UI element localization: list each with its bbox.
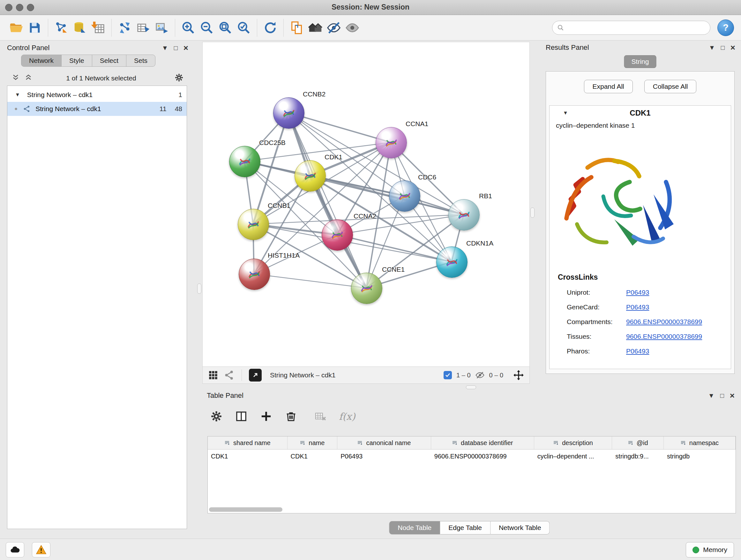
tab-network-table[interactable]: Network Table <box>490 521 550 535</box>
open-in-window-button[interactable] <box>249 369 262 381</box>
crosslink-link[interactable]: P06493 <box>626 348 649 355</box>
table-row[interactable]: CDK1CDK1P064939606.ENSP00000378699cyclin… <box>208 449 736 463</box>
tab-select[interactable]: Select <box>92 55 126 67</box>
network-table-icon <box>136 20 151 35</box>
splitter-handle[interactable] <box>530 207 535 218</box>
panel-menu-icon[interactable]: ▼ <box>708 392 715 399</box>
network-node-cdk1[interactable] <box>294 160 326 192</box>
column-header[interactable]: namespac <box>664 436 736 449</box>
expand-all-icon[interactable] <box>24 74 32 83</box>
network-collection-row[interactable]: ▼ String Network – cdk1 1 <box>7 88 187 102</box>
tab-node-table[interactable]: Node Table <box>389 521 440 535</box>
warning-icon <box>36 544 47 555</box>
close-panel-icon[interactable]: × <box>730 392 735 399</box>
crosslink-link[interactable]: 9606.ENSP00000378699 <box>626 333 702 340</box>
network-node-ccna1[interactable] <box>376 127 407 159</box>
network-node-ccna2[interactable] <box>322 219 353 251</box>
network-canvas[interactable]: CCNB2CCNA1CDC25BCDK1CDC6RB1CCNB1CCNA2CDK… <box>203 42 529 367</box>
delete-column-button[interactable] <box>285 410 297 423</box>
collapse-all-icon[interactable] <box>11 74 20 83</box>
crosslink-link[interactable]: P06493 <box>626 303 649 311</box>
show-all-button[interactable] <box>343 18 361 37</box>
help-button[interactable]: ? <box>718 19 734 36</box>
copy-button[interactable] <box>287 18 306 37</box>
network-edge[interactable] <box>288 113 366 288</box>
zoom-fit-button[interactable] <box>216 18 234 37</box>
network-edge[interactable] <box>337 235 452 262</box>
selected-checkbox-icon[interactable] <box>444 371 452 379</box>
crosslink-link[interactable]: 9606.ENSP00000378699 <box>626 318 702 326</box>
table-toolbar: f(x) <box>210 406 355 427</box>
cloud-status-button[interactable] <box>6 542 24 557</box>
panel-menu-icon[interactable]: ▼ <box>709 44 715 51</box>
panel-menu-icon[interactable]: ▼ <box>162 45 168 51</box>
crosslink-link[interactable]: P06493 <box>626 289 649 296</box>
hidden-eye-icon[interactable] <box>475 370 485 380</box>
network-share-icon[interactable] <box>224 370 234 381</box>
column-header-label: description <box>562 439 593 447</box>
show-columns-button[interactable] <box>235 410 248 423</box>
network-edge[interactable] <box>310 176 464 214</box>
import-table-file-button[interactable] <box>89 18 108 37</box>
tab-style[interactable]: Style <box>62 55 92 67</box>
crosslink-row: Uniprot:P06493 <box>549 285 731 300</box>
splitter-handle[interactable] <box>197 284 201 294</box>
crosslink-label: Pharos: <box>567 348 626 355</box>
float-panel-icon[interactable]: □ <box>720 392 724 399</box>
tab-sets[interactable]: Sets <box>126 55 155 67</box>
horizontal-scrollbar[interactable] <box>209 507 282 512</box>
search-input[interactable] <box>568 23 705 32</box>
export-image-button[interactable] <box>152 18 171 37</box>
open-session-button[interactable] <box>7 18 25 37</box>
zoom-in-button[interactable] <box>179 18 198 37</box>
network-from-selection-button[interactable] <box>116 18 134 37</box>
network-node-ccne1[interactable] <box>351 273 382 304</box>
network-edge[interactable] <box>254 274 366 288</box>
delete-table-button[interactable] <box>314 410 327 423</box>
tab-edge-table[interactable]: Edge Table <box>440 521 490 535</box>
column-header[interactable]: @id <box>612 436 664 449</box>
hide-selected-button[interactable] <box>325 18 343 37</box>
import-network-database-button[interactable] <box>71 18 89 37</box>
refresh-button[interactable] <box>261 18 280 37</box>
column-header[interactable]: name <box>287 436 338 449</box>
function-builder-button[interactable]: f(x) <box>339 411 355 422</box>
memory-button[interactable]: Memory <box>686 542 734 557</box>
import-network-file-button[interactable] <box>52 18 71 37</box>
warnings-button[interactable] <box>32 542 51 557</box>
close-panel-icon[interactable]: × <box>184 45 188 51</box>
network-node-cdkn1a[interactable] <box>436 246 468 278</box>
save-session-button[interactable] <box>25 18 44 37</box>
protein-structure-image <box>558 138 682 268</box>
column-header[interactable]: canonical name <box>337 436 431 449</box>
expand-all-button[interactable]: Expand All <box>584 80 633 93</box>
network-node-ccnb1[interactable] <box>238 209 269 240</box>
column-header[interactable]: shared name <box>208 436 287 449</box>
collapse-section-icon[interactable]: ▼ <box>563 110 568 116</box>
column-header[interactable]: database identifier <box>431 436 534 449</box>
gear-icon[interactable] <box>174 73 184 84</box>
tree-expand-icon[interactable]: ▼ <box>15 92 20 98</box>
network-node-cdc25b[interactable] <box>229 146 260 177</box>
table-from-network-button[interactable] <box>134 18 152 37</box>
add-column-button[interactable] <box>260 410 273 423</box>
network-node-ccnb2[interactable] <box>273 98 305 129</box>
network-row-selected[interactable]: ● String Network – cdk1 11 48 <box>7 102 187 116</box>
birdseye-grid-icon[interactable] <box>208 370 219 381</box>
splitter-handle[interactable] <box>466 385 476 389</box>
network-node-rb1[interactable] <box>448 199 480 231</box>
float-panel-icon[interactable]: □ <box>721 44 725 51</box>
float-panel-icon[interactable]: □ <box>174 45 178 51</box>
close-panel-icon[interactable]: × <box>731 44 735 51</box>
table-settings-button[interactable] <box>210 410 223 423</box>
network-node-hist1h1a[interactable] <box>239 259 270 290</box>
column-header[interactable]: description <box>534 436 612 449</box>
collapse-all-button[interactable]: Collapse All <box>644 80 697 93</box>
zoom-selected-button[interactable] <box>234 18 253 37</box>
home-button[interactable] <box>306 18 325 37</box>
tab-network[interactable]: Network <box>21 55 62 67</box>
tab-string[interactable]: String <box>624 55 657 68</box>
network-node-cdc6[interactable] <box>389 180 420 212</box>
move-crosshair-icon[interactable] <box>513 369 524 381</box>
zoom-out-button[interactable] <box>198 18 216 37</box>
